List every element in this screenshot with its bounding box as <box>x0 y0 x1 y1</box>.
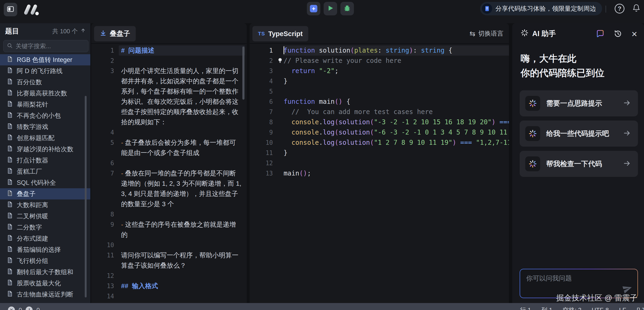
md-line-text <box>121 291 242 302</box>
status-segment[interactable]: UTF-8 <box>592 307 609 310</box>
gutter-gap <box>273 158 284 168</box>
help-button[interactable]: ? <box>615 4 624 13</box>
ai-title: AI 助手 <box>520 29 556 39</box>
md-line: 12 <box>91 271 247 281</box>
status-segment[interactable]: 空格: 2 <box>562 306 581 310</box>
ai-suggestion-card[interactable]: 需要一点思路提示 <box>520 90 638 116</box>
problem-count: 共 100 个 <box>52 27 86 35</box>
add-button[interactable]: + <box>307 2 320 15</box>
line-number: 7 <box>91 168 114 209</box>
sidebar-item[interactable]: 创意标题匹配 <box>0 132 90 144</box>
ai-suggestion-card[interactable]: 帮我检查一下代码 <box>520 151 638 177</box>
code-editor[interactable]: 1function solution(plates: string): stri… <box>250 45 509 303</box>
sidebar-item[interactable]: 穿越沙漠的补给次数 <box>0 144 90 155</box>
line-number: 12 <box>91 271 114 281</box>
status-segment[interactable]: {} TypeScript <box>636 307 644 310</box>
document-icon <box>6 179 13 187</box>
search-input[interactable] <box>15 42 85 50</box>
line-number: 7 <box>250 107 273 117</box>
md-line: 2 <box>91 56 247 66</box>
sidebar-item[interactable]: 暴雨梨花针 <box>0 99 90 110</box>
md-line-text <box>121 56 242 66</box>
md-line-text <box>121 240 242 250</box>
history-icon[interactable] <box>614 29 622 39</box>
debug-button[interactable] <box>340 2 354 15</box>
gutter-gap <box>273 86 284 97</box>
sidebar-item[interactable]: 阿 D 的飞行路线 <box>0 65 90 77</box>
close-icon[interactable]: ✕ <box>631 30 638 38</box>
sidebar-scrollbar[interactable] <box>85 96 86 298</box>
sidebar-item[interactable]: 古生物血缘远近判断 <box>0 289 90 300</box>
line-number: 1 <box>250 45 273 56</box>
search-box[interactable] <box>3 40 88 52</box>
sidebar-item[interactable]: 叠盘子 <box>0 188 90 199</box>
sidebar-item[interactable]: 猜数字游戏 <box>0 121 90 132</box>
sidebar-toggle-button[interactable] <box>4 3 17 16</box>
code-token: ( <box>350 46 354 54</box>
sidebar-item[interactable]: SQL 代码补全 <box>0 177 90 188</box>
sidebar-item[interactable]: 股票收益最大化 <box>0 278 90 289</box>
language-tab[interactable]: TS TypeScript <box>252 26 308 41</box>
run-button[interactable] <box>324 2 337 15</box>
line-number: 6 <box>91 158 114 168</box>
sidebar-item[interactable]: 飞行棋分组 <box>0 255 90 267</box>
status-segment[interactable]: 列 1 <box>541 306 552 310</box>
sidebar-item[interactable]: 比赛最高获胜次数 <box>0 88 90 99</box>
notifications-button[interactable] <box>632 4 641 13</box>
code-token: "-6 -3 -2 -1 0 1 3 4 5 7 8 9 10 11 14 <box>374 128 509 136</box>
sidebar-item-label: 比赛最高获胜次数 <box>17 89 67 97</box>
new-chat-icon[interactable] <box>596 29 605 39</box>
code-token: ; <box>334 67 338 75</box>
sidebar-item-label: 叠盘子 <box>17 190 36 198</box>
code-line: 10 console.log(solution("1 2 7 8 9 10 11… <box>250 138 509 148</box>
sidebar-item[interactable]: 二分数字 <box>0 222 90 233</box>
md-line-text: ## 输入格式 <box>121 281 242 291</box>
code-line: 3 return "-2"; <box>250 66 509 76</box>
code-token: } <box>284 77 288 85</box>
sidebar-item-label: 番茄编辑的选择 <box>17 246 61 254</box>
sidebar-item[interactable]: RGB 色值转 Integer <box>0 54 90 65</box>
code-line-text: console.log(solution("-3 -2 -1 2 10 15 1… <box>284 117 509 127</box>
document-icon <box>6 145 13 153</box>
ai-header-icons: ✕ <box>596 29 638 39</box>
sidebar-item[interactable]: 翻转后最大子数组和 <box>0 267 90 278</box>
sidebar-item-label: 二叉树供暖 <box>17 212 48 220</box>
sidebar-item[interactable]: 大数和距离 <box>0 199 90 211</box>
line-number: 11 <box>91 250 114 271</box>
problem-tab[interactable]: 叠盘子 <box>94 26 136 41</box>
status-segment[interactable]: 行 1 <box>520 306 531 310</box>
question-icon: ? <box>618 5 622 12</box>
text-cursor <box>284 46 284 54</box>
document-icon <box>6 268 13 276</box>
sidebar-item-label: 打点计数器 <box>17 156 48 165</box>
code-line: 1function solution(plates: string): stri… <box>250 45 509 56</box>
md-heading-hash: # <box>121 47 128 54</box>
promo-banner[interactable]: 分享代码练习体验，领限量定制周边 <box>480 2 602 15</box>
sidebar-item[interactable]: 分布式团建 <box>0 233 90 244</box>
collapse-up-icon[interactable] <box>80 27 86 35</box>
code-token: ( <box>370 139 374 146</box>
md-line-text: # 问题描述 <box>121 45 242 56</box>
sidebar-item[interactable]: 番茄编辑的选择 <box>0 244 90 255</box>
sidebar-item[interactable]: 百分位数 <box>0 77 90 88</box>
problem-description[interactable]: 1# 问题描述23小明是个讲究生活质量的人，家里的一切都井井有条，比如说家中的盘… <box>91 45 247 303</box>
status-segment[interactable]: LF <box>619 307 626 310</box>
statusbar-problems[interactable]: ✕ 0 ! 0 <box>8 303 40 310</box>
md-line: 5- 盘子叠放后会被分为多堆，每一堆都可能是由一个或多个盘子组成 <box>91 138 247 158</box>
switch-language-button[interactable]: ⇆ 切换语言 <box>470 29 503 38</box>
problem-scrollbar[interactable] <box>242 46 244 100</box>
code-token: ) <box>452 139 456 146</box>
sidebar-item[interactable]: 不再贪心的小包 <box>0 110 90 121</box>
sidebar-item[interactable]: 蛋糕工厂 <box>0 166 90 177</box>
code-token: string <box>386 46 409 54</box>
bell-icon <box>632 4 640 13</box>
error-count: 0 <box>19 307 22 310</box>
code-token: ; <box>307 169 311 177</box>
code-line: 12 <box>250 158 509 168</box>
code-token <box>496 118 500 126</box>
sidebar-item[interactable]: 二叉树供暖 <box>0 211 90 222</box>
code-line-text: } <box>284 148 288 158</box>
sidebar-item[interactable]: 打点计数器 <box>0 155 90 166</box>
language-tab-label: TypeScript <box>268 30 303 38</box>
ai-suggestion-card[interactable]: 给我一些代码提示吧 <box>520 121 638 147</box>
